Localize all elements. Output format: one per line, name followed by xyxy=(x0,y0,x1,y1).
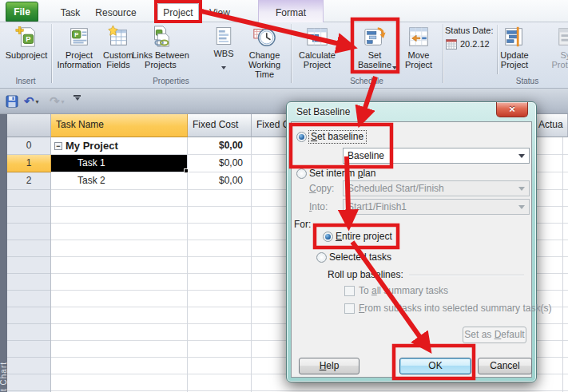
ok-button[interactable]: OK xyxy=(399,358,471,374)
row-number-2[interactable]: 2 xyxy=(7,172,51,190)
links-between-projects-button[interactable]: Links Between Projects xyxy=(131,24,190,75)
entire-project-radio-label[interactable]: Entire project xyxy=(336,231,392,242)
cancel-button[interactable]: Cancel xyxy=(478,358,532,374)
copy-label: Copy: xyxy=(309,183,334,194)
selected-tasks-radio-label[interactable]: Selected tasks xyxy=(329,251,391,263)
selection-fill-handle[interactable] xyxy=(184,168,189,173)
status-date-label: Status Date: xyxy=(445,26,494,35)
tab-resource[interactable]: Resource xyxy=(91,4,141,22)
update-project-button[interactable]: Update Project xyxy=(492,24,537,75)
copy-combobox-arrow-icon xyxy=(515,182,528,195)
calendar-icon xyxy=(446,38,457,49)
tab-format[interactable]: Format xyxy=(259,4,323,22)
row-number-1[interactable]: 1 xyxy=(7,155,51,172)
selected-tasks-radio[interactable] xyxy=(316,252,327,263)
set-interim-plan-radio[interactable] xyxy=(296,168,307,179)
sync-protected-label: Syn Protecte xyxy=(552,50,568,69)
qat-customize-button[interactable] xyxy=(73,95,81,108)
for-label: For: xyxy=(294,219,311,230)
qat-customize-icon xyxy=(73,95,81,97)
project-information-icon: P xyxy=(67,25,91,49)
task-name-cell-0[interactable]: − My Project xyxy=(51,137,188,155)
move-project-label: Move Project xyxy=(405,50,432,69)
qat-customize-arrow-icon xyxy=(75,97,80,103)
column-header-fixed-cost[interactable]: Fixed Cost xyxy=(188,114,252,137)
into-combobox: Start1/Finish1 xyxy=(343,199,530,215)
links-between-projects-icon xyxy=(149,25,173,49)
change-working-time-icon xyxy=(252,25,276,49)
set-baseline-radio[interactable] xyxy=(296,132,307,142)
change-working-time-button[interactable]: Change Working Time xyxy=(238,24,291,75)
task-name-0: My Project xyxy=(66,140,118,152)
select-all-corner[interactable] xyxy=(7,114,51,137)
undo-dropdown-icon[interactable]: ▾ xyxy=(36,98,39,105)
from-subtasks-checkbox xyxy=(344,303,355,314)
custom-fields-button[interactable]: Custom Fields xyxy=(102,24,134,75)
undo-button[interactable]: ↶ ▾ xyxy=(24,93,39,109)
set-as-default-button: Set as Default xyxy=(463,327,526,343)
set-interim-plan-radio-label[interactable]: Set interim plan xyxy=(309,168,375,179)
redo-dropdown-icon: ▾ xyxy=(62,98,65,105)
calculate-project-label: Calculate Project xyxy=(299,50,336,69)
project-information-label: Project Information xyxy=(57,50,101,69)
tab-view[interactable]: View xyxy=(203,4,236,22)
group-rule xyxy=(409,275,524,275)
close-button[interactable]: × xyxy=(496,102,528,117)
collapse-icon[interactable]: − xyxy=(54,142,62,150)
tab-file[interactable]: File xyxy=(6,2,38,22)
to-all-summary-tasks-label: To all summary tasks xyxy=(359,285,448,296)
save-button[interactable] xyxy=(6,93,18,109)
task-name-cell-1[interactable]: Task 1 xyxy=(51,155,188,172)
svg-text:P: P xyxy=(74,31,78,38)
view-bar[interactable]: Gantt Chart xyxy=(0,114,7,392)
subproject-icon: P xyxy=(14,25,38,49)
wbs-button[interactable]: WBS xyxy=(208,24,240,75)
gridline xyxy=(251,190,252,392)
fixed-cost-cell-0[interactable]: $0,00 xyxy=(188,137,252,155)
tab-project[interactable]: Project xyxy=(157,3,199,22)
gridline xyxy=(562,137,563,392)
empty-row-numbers xyxy=(7,190,51,392)
move-project-button[interactable]: Move Project xyxy=(398,24,439,75)
update-project-icon xyxy=(502,25,526,49)
set-baseline-button[interactable]: Set Baseline xyxy=(352,24,398,75)
status-date-picker[interactable]: 20.2.12 xyxy=(446,38,490,49)
task-name-cell-2[interactable]: Task 2 xyxy=(51,172,188,190)
gridline xyxy=(187,190,188,392)
project-information-button[interactable]: P Project Information xyxy=(56,24,102,75)
entire-project-radio[interactable] xyxy=(323,232,333,242)
group-label-properties: Properties xyxy=(51,77,291,85)
rollup-baselines-label: Roll up baselines: xyxy=(328,269,403,280)
wbs-label: WBS xyxy=(213,49,233,58)
calculate-project-button[interactable]: Calculate Project xyxy=(294,24,340,75)
baseline-combobox-arrow-icon[interactable] xyxy=(515,149,528,162)
wbs-dropdown-icon[interactable] xyxy=(221,66,226,72)
group-divider xyxy=(291,24,292,83)
wbs-icon xyxy=(213,25,235,47)
group-label-schedule: Schedule xyxy=(291,77,443,85)
ribbon: P Subproject Insert P Project Informatio… xyxy=(0,22,568,89)
column-header-task-name[interactable]: Task Name xyxy=(51,114,188,137)
fixed-cost-cell-1[interactable]: $0,00 xyxy=(188,155,252,172)
move-project-icon xyxy=(407,25,431,49)
set-baseline-dialog: Set Baseline × Set baseline Baseline Set… xyxy=(286,101,537,382)
contextual-tab-highlight: Format xyxy=(258,0,324,22)
baseline-combobox-value: Baseline xyxy=(348,150,384,161)
subproject-label: Subproject xyxy=(6,50,48,60)
save-icon xyxy=(6,95,18,108)
sync-protected-button[interactable]: Syn Protecte xyxy=(537,24,568,75)
set-baseline-dropdown-icon[interactable] xyxy=(392,66,397,72)
ms-project-window: File Task Resource Project View Format P… xyxy=(0,0,568,392)
row-number-0[interactable]: 0 xyxy=(7,137,51,155)
tab-task[interactable]: Task xyxy=(54,4,86,22)
custom-fields-label: Custom Fields xyxy=(103,50,133,69)
custom-fields-icon xyxy=(106,25,130,49)
set-baseline-radio-label[interactable]: Set baseline xyxy=(308,130,367,144)
help-button[interactable]: Help xyxy=(299,358,359,374)
into-combobox-value: Start1/Finish1 xyxy=(348,201,407,212)
redo-icon: ↷ xyxy=(50,94,60,109)
copy-combobox: Scheduled Start/Finish xyxy=(343,180,530,196)
subproject-button[interactable]: P Subproject xyxy=(2,24,50,75)
baseline-combobox[interactable]: Baseline xyxy=(343,148,530,164)
fixed-cost-cell-2[interactable]: $0,00 xyxy=(188,172,252,190)
